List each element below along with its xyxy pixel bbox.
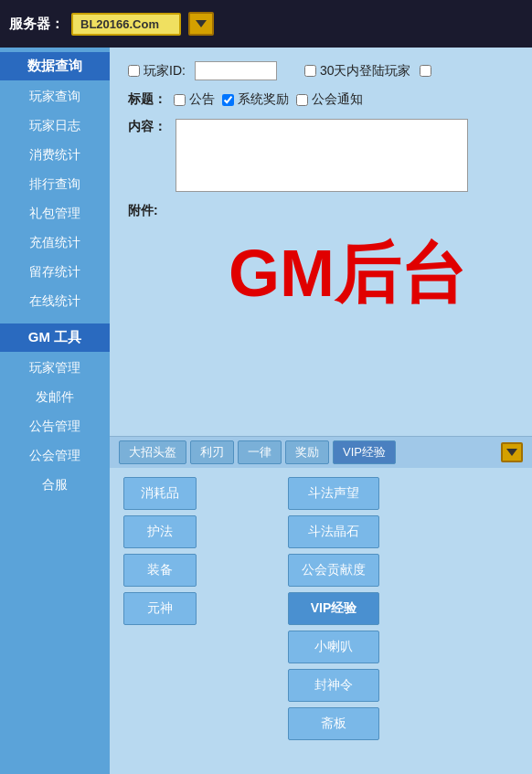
sidebar-item-online-stats[interactable]: 在线统计 — [0, 287, 110, 316]
tabs-dropdown-arrow-icon — [506, 449, 517, 456]
items-container: 消耗品 护法 装备 元神 斗法声望 斗法晶石 公会贡献度 VIP经验 小喇叭 封… — [110, 468, 532, 749]
sidebar-item-guild-manage[interactable]: 公会管理 — [0, 441, 110, 471]
items-right-col: 斗法声望 斗法晶石 公会贡献度 VIP经验 小喇叭 封神令 斋板 — [288, 477, 379, 740]
sidebar-item-merge-server[interactable]: 合服 — [0, 471, 110, 500]
content-area: 玩家ID: 30天内登陆玩家 标题： 公告 系统奖励 公会通知 — [110, 48, 532, 774]
sidebar-item-announcement[interactable]: 公告管理 — [0, 412, 110, 441]
announcement-label: 公告 — [189, 91, 215, 108]
item-consumable[interactable]: 消耗品 — [123, 477, 197, 510]
player-id-label: 玩家ID: — [144, 63, 186, 80]
content-textarea[interactable] — [176, 119, 468, 192]
attachment-label: 附件: — [128, 203, 158, 219]
items-left-col: 消耗品 护法 装备 元神 — [123, 477, 197, 740]
sidebar-item-gift-manage[interactable]: 礼包管理 — [0, 199, 110, 228]
sidebar-item-player-manage[interactable]: 玩家管理 — [0, 354, 110, 383]
sidebar-section-data: 数据查询 — [0, 52, 110, 80]
player-id-field[interactable] — [195, 61, 277, 80]
item-dou-crystal[interactable]: 斗法晶石 — [288, 515, 379, 548]
tabs-dropdown-button[interactable] — [501, 442, 523, 462]
player-id-row: 玩家ID: 30天内登陆玩家 — [128, 61, 514, 80]
sidebar-item-rank-query[interactable]: 排行查询 — [0, 170, 110, 199]
item-dou-prestige[interactable]: 斗法声望 — [288, 477, 379, 510]
item-zhai-ban[interactable]: 斋板 — [288, 707, 379, 740]
system-reward-label: 系统奖励 — [238, 91, 289, 108]
server-dropdown-button[interactable] — [188, 12, 214, 36]
announcement-checkbox-group: 公告 — [174, 91, 215, 108]
announcement-checkbox[interactable] — [174, 94, 186, 106]
dropdown-arrow-icon — [196, 20, 207, 27]
tab-big-helmet[interactable]: 大招头盔 — [119, 440, 186, 464]
item-guardian[interactable]: 护法 — [123, 515, 197, 548]
content-row: 内容： — [128, 119, 514, 192]
item-vip-exp[interactable]: VIP经验 — [288, 592, 379, 625]
item-seal-god[interactable]: 封神令 — [288, 669, 379, 702]
tab-reward[interactable]: 奖励 — [285, 440, 329, 464]
sidebar: 数据查询 玩家查询 玩家日志 消费统计 排行查询 礼包管理 充值统计 留存统计 … — [0, 48, 110, 774]
items-spacer — [206, 477, 279, 740]
item-guild-contribution[interactable]: 公会贡献度 — [288, 554, 379, 587]
tab-uniform[interactable]: 一律 — [238, 440, 282, 464]
title-label: 标题： — [128, 91, 166, 108]
sidebar-section-gm: GM 工具 — [0, 323, 110, 352]
content-label: 内容： — [128, 119, 166, 135]
sidebar-item-send-mail[interactable]: 发邮件 — [0, 383, 110, 412]
bottom-panel: 大招头盔 利刃 一律 奖励 VIP经验 消耗品 护法 装备 元神 — [110, 436, 532, 774]
gm-watermark: GM后台 — [229, 230, 466, 318]
sidebar-item-retention-stats[interactable]: 留存统计 — [0, 258, 110, 287]
header-bar: 服务器： — [0, 0, 532, 48]
server-input[interactable] — [71, 13, 181, 36]
item-speaker[interactable]: 小喇叭 — [288, 631, 379, 663]
tabs-bar: 大招头盔 利刃 一律 奖励 VIP经验 — [110, 436, 532, 468]
guild-notice-checkbox-group: 公会通知 — [296, 91, 363, 108]
days-label: 30天内登陆玩家 — [320, 63, 411, 80]
extra-checkbox[interactable] — [420, 65, 431, 77]
sidebar-item-recharge-stats[interactable]: 充值统计 — [0, 228, 110, 258]
days-checkbox-group: 30天内登陆玩家 — [304, 63, 411, 80]
server-label: 服务器： — [9, 16, 64, 33]
system-reward-checkbox-group: 系统奖励 — [222, 91, 289, 108]
main-layout: 数据查询 玩家查询 玩家日志 消费统计 排行查询 礼包管理 充值统计 留存统计 … — [0, 48, 532, 774]
player-id-checkbox-group: 玩家ID: — [128, 63, 186, 80]
item-yuanshen[interactable]: 元神 — [123, 592, 197, 625]
tab-vip-exp[interactable]: VIP经验 — [333, 440, 396, 464]
player-id-checkbox[interactable] — [128, 65, 140, 77]
guild-notice-label: 公会通知 — [312, 91, 363, 108]
sidebar-item-player-query[interactable]: 玩家查询 — [0, 82, 110, 111]
days-checkbox[interactable] — [304, 65, 316, 77]
tab-blade[interactable]: 利刃 — [190, 440, 234, 464]
sidebar-item-consume-stats[interactable]: 消费统计 — [0, 141, 110, 170]
title-row: 标题： 公告 系统奖励 公会通知 — [128, 91, 514, 108]
item-equipment[interactable]: 装备 — [123, 554, 197, 587]
sidebar-item-player-log[interactable]: 玩家日志 — [0, 111, 110, 141]
system-reward-checkbox[interactable] — [222, 94, 234, 106]
guild-notice-checkbox[interactable] — [296, 94, 308, 106]
attachment-row: 附件: — [128, 203, 514, 219]
